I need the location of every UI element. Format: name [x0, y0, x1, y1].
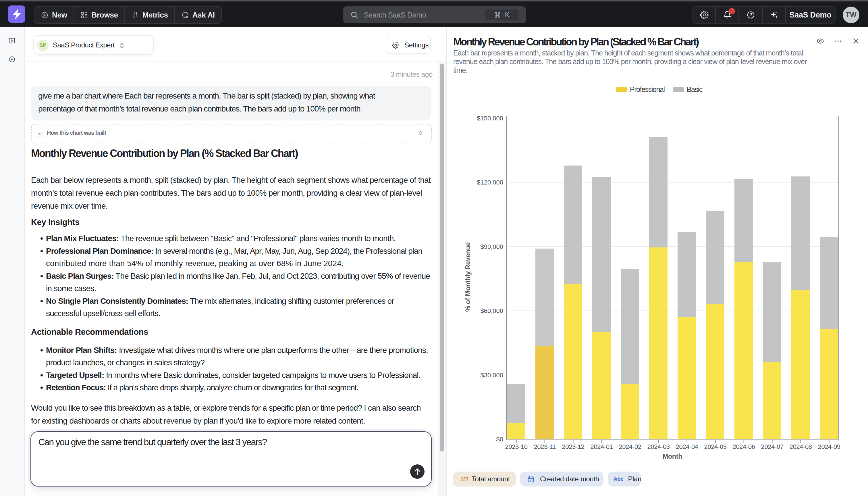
- svg-text:$0: $0: [496, 436, 503, 443]
- svg-text:2023-10: 2023-10: [505, 443, 528, 450]
- svg-text:$30,000: $30,000: [480, 372, 503, 379]
- svg-text:2024-05: 2024-05: [704, 443, 727, 450]
- svg-text:$60,000: $60,000: [480, 307, 503, 314]
- svg-text:% of Monthly Revenue: % of Monthly Revenue: [464, 242, 472, 311]
- svg-text:$150,000: $150,000: [477, 115, 503, 122]
- svg-text:2024-01: 2024-01: [591, 443, 613, 450]
- svg-text:2024-07: 2024-07: [761, 443, 784, 450]
- svg-text:2024-02: 2024-02: [619, 443, 641, 450]
- svg-text:Month: Month: [663, 453, 682, 460]
- svg-text:2024-04: 2024-04: [676, 443, 698, 450]
- svg-text:2023-11: 2023-11: [534, 443, 556, 450]
- svg-text:2024-09: 2024-09: [818, 443, 840, 450]
- svg-text:$90,000: $90,000: [480, 243, 503, 250]
- svg-text:2024-03: 2024-03: [647, 443, 670, 450]
- svg-text:2024-06: 2024-06: [733, 443, 755, 450]
- svg-text:2024-08: 2024-08: [790, 443, 812, 450]
- svg-text:2023-12: 2023-12: [562, 443, 584, 450]
- svg-text:$120,000: $120,000: [477, 179, 503, 186]
